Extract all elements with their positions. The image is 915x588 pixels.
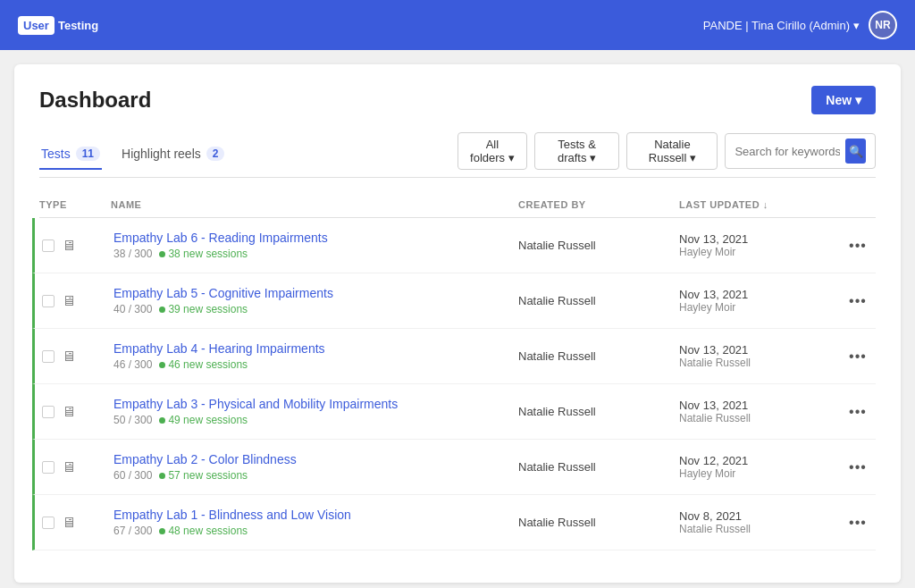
- row-name-section: Empathy Lab 3 - Physical and Mobility Im…: [113, 397, 518, 426]
- col-header-last-updated[interactable]: LAST UPDATED ↓: [679, 199, 840, 210]
- sessions-badge: 39 new sessions: [159, 303, 248, 315]
- monitor-icon: 🖥: [62, 238, 76, 254]
- row-date: Nov 13, 2021: [679, 232, 840, 246]
- sessions-badge: 48 new sessions: [159, 525, 248, 537]
- user-info[interactable]: PANDE | Tina Cirillo (Admin) ▾: [703, 19, 860, 32]
- tests-drafts-filter[interactable]: Tests & drafts ▾: [534, 132, 620, 170]
- row-checkbox[interactable]: [42, 461, 55, 474]
- row-type-cell: 🖥: [42, 459, 113, 475]
- col-header-created-by: CREATED BY: [518, 199, 679, 210]
- more-options-button[interactable]: •••: [840, 400, 876, 424]
- more-options-button[interactable]: •••: [840, 511, 876, 534]
- tabs-group: Tests 11 Highlight reels 2: [39, 139, 458, 170]
- row-last-updated: Nov 12, 2021 Hayley Moir: [679, 454, 840, 480]
- row-name-section: Empathy Lab 6 - Reading Impairments 38 /…: [113, 231, 518, 260]
- row-updated-by: Hayley Moir: [679, 467, 840, 480]
- row-name-section: Empathy Lab 2 - Color Blindness 60 / 300…: [113, 452, 518, 482]
- more-options-button[interactable]: •••: [840, 234, 876, 257]
- new-button[interactable]: New ▾: [811, 86, 876, 114]
- row-progress: 40 / 300: [113, 303, 152, 315]
- tab-highlight-reels-label: Highlight reels: [122, 147, 201, 161]
- header-right: PANDE | Tina Cirillo (Admin) ▾ NR: [703, 11, 897, 39]
- row-meta: 50 / 300 49 new sessions: [113, 414, 518, 426]
- row-progress: 38 / 300: [113, 248, 152, 260]
- table-row: 🖥 Empathy Lab 3 - Physical and Mobility …: [32, 384, 876, 440]
- more-options-button[interactable]: •••: [840, 456, 876, 479]
- row-last-updated: Nov 13, 2021 Hayley Moir: [679, 288, 840, 314]
- logo-user-text: User: [23, 19, 49, 32]
- row-created-by: Natalie Russell: [518, 239, 679, 252]
- row-meta: 60 / 300 57 new sessions: [113, 469, 518, 482]
- row-updated-by: Natalie Russell: [679, 523, 840, 535]
- row-last-updated: Nov 13, 2021 Natalie Russell: [679, 399, 840, 424]
- table-row: 🖥 Empathy Lab 5 - Cognitive Impairments …: [32, 273, 876, 329]
- row-name-section: Empathy Lab 1 - Blindness and Low Vision…: [113, 508, 518, 537]
- row-updated-by: Natalie Russell: [679, 357, 840, 369]
- sessions-badge: 49 new sessions: [159, 414, 248, 426]
- row-created-by: Natalie Russell: [518, 294, 679, 307]
- table-body: 🖥 Empathy Lab 6 - Reading Impairments 38…: [39, 218, 876, 550]
- row-updated-by: Natalie Russell: [679, 412, 840, 424]
- row-date: Nov 12, 2021: [679, 454, 840, 467]
- main-content: Dashboard New ▾ Tests 11 Highlight reels…: [14, 64, 901, 583]
- row-meta: 40 / 300 39 new sessions: [113, 303, 518, 315]
- monitor-icon: 🖥: [62, 459, 76, 475]
- tab-tests[interactable]: Tests 11: [39, 139, 102, 170]
- tab-highlight-reels[interactable]: Highlight reels 2: [120, 139, 226, 170]
- row-date: Nov 13, 2021: [679, 399, 840, 412]
- row-name-link[interactable]: Empathy Lab 2 - Color Blindness: [113, 452, 518, 466]
- more-options-button[interactable]: •••: [840, 290, 876, 313]
- green-dot-icon: [159, 362, 165, 368]
- logo[interactable]: User Testing: [18, 16, 98, 35]
- search-button[interactable]: 🔍: [845, 139, 866, 164]
- row-progress: 67 / 300: [113, 525, 152, 537]
- page-title: Dashboard: [39, 88, 151, 113]
- search-box: 🔍: [725, 133, 876, 169]
- row-checkbox[interactable]: [42, 406, 55, 418]
- row-name-link[interactable]: Empathy Lab 3 - Physical and Mobility Im…: [113, 397, 518, 411]
- row-created-by: Natalie Russell: [518, 460, 679, 474]
- tab-tests-label: Tests: [41, 147, 71, 161]
- green-dot-icon: [159, 417, 165, 424]
- row-name-link[interactable]: Empathy Lab 4 - Hearing Impairments: [113, 341, 518, 356]
- row-meta: 38 / 300 38 new sessions: [113, 248, 518, 260]
- row-checkbox[interactable]: [42, 239, 55, 252]
- sessions-badge: 38 new sessions: [159, 248, 248, 260]
- row-last-updated: Nov 13, 2021 Natalie Russell: [679, 343, 840, 369]
- row-name-link[interactable]: Empathy Lab 1 - Blindness and Low Vision: [113, 508, 518, 522]
- green-dot-icon: [159, 473, 165, 479]
- col-header-type: TYPE: [39, 199, 111, 210]
- user-name-label: PANDE | Tina Cirillo (Admin): [703, 19, 850, 32]
- row-meta: 67 / 300 48 new sessions: [113, 525, 518, 537]
- table-row: 🖥 Empathy Lab 2 - Color Blindness 60 / 3…: [32, 440, 876, 495]
- natalie-russell-filter[interactable]: Natalie Russell ▾: [626, 132, 718, 170]
- avatar[interactable]: NR: [869, 11, 897, 39]
- row-type-cell: 🖥: [42, 349, 113, 365]
- monitor-icon: 🖥: [62, 349, 76, 365]
- table-header: TYPE NAME CREATED BY LAST UPDATED ↓: [39, 192, 876, 218]
- row-name-link[interactable]: Empathy Lab 5 - Cognitive Impairments: [113, 286, 518, 300]
- row-checkbox[interactable]: [42, 295, 55, 307]
- monitor-icon: 🖥: [62, 404, 76, 420]
- row-updated-by: Hayley Moir: [679, 301, 840, 314]
- tab-tests-count: 11: [76, 147, 100, 161]
- row-checkbox[interactable]: [42, 517, 55, 529]
- more-options-button[interactable]: •••: [840, 345, 876, 368]
- monitor-icon: 🖥: [62, 293, 76, 309]
- search-input[interactable]: [735, 145, 840, 158]
- green-dot-icon: [159, 528, 165, 534]
- row-progress: 46 / 300: [113, 358, 152, 371]
- row-created-by: Natalie Russell: [518, 516, 679, 529]
- tab-highlight-reels-count: 2: [206, 147, 225, 161]
- row-created-by: Natalie Russell: [518, 349, 679, 363]
- all-folders-filter[interactable]: All folders ▾: [458, 132, 527, 170]
- row-progress: 60 / 300: [113, 469, 152, 482]
- row-name-section: Empathy Lab 5 - Cognitive Impairments 40…: [113, 286, 518, 315]
- row-checkbox[interactable]: [42, 350, 55, 363]
- search-icon: 🔍: [849, 145, 863, 158]
- row-name-link[interactable]: Empathy Lab 6 - Reading Impairments: [113, 231, 518, 245]
- app-header: User Testing PANDE | Tina Cirillo (Admin…: [0, 0, 915, 50]
- green-dot-icon: [159, 251, 165, 257]
- row-type-cell: 🖥: [42, 238, 113, 254]
- row-last-updated: Nov 13, 2021 Hayley Moir: [679, 232, 840, 258]
